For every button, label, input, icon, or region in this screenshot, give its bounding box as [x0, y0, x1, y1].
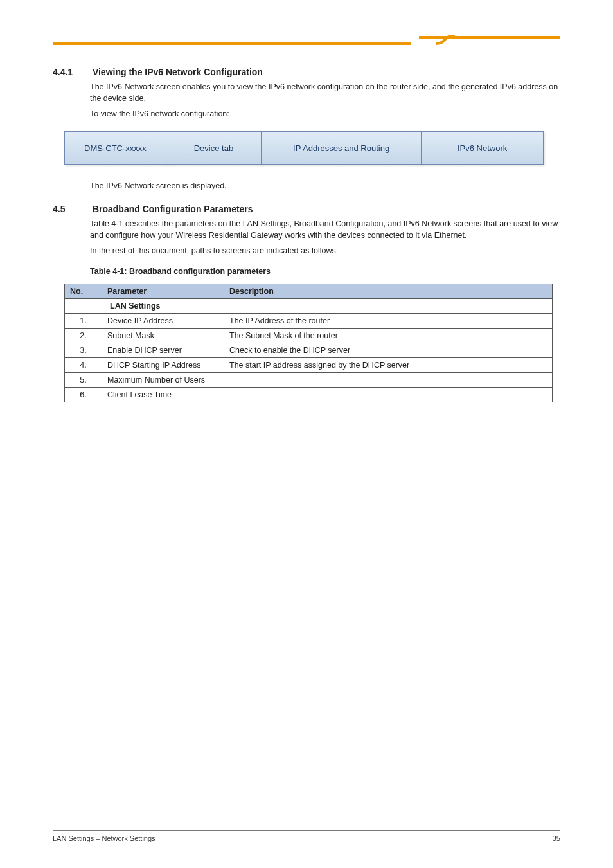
section-number: 4.4.1	[53, 67, 90, 77]
nav-cell-device-tab: Device tab	[166, 131, 262, 165]
post-nav-text: The IPv6 Network screen is displayed.	[90, 180, 560, 192]
cell-desc: The start IP address assigned by the DHC…	[224, 358, 553, 373]
table-header-row: No. Parameter Description	[65, 284, 553, 299]
section-title: Viewing the IPv6 Network Configuration	[93, 67, 263, 77]
col-header-desc: Description	[224, 284, 553, 299]
section-number: 4.5	[53, 204, 90, 214]
cell-no: 5.	[65, 373, 102, 388]
cell-param: Enable DHCP server	[102, 343, 224, 358]
table-row: 6. Client Lease Time	[65, 388, 553, 402]
col-header-no: No.	[65, 284, 102, 299]
path-intro-text: In the rest of this document, paths to s…	[90, 245, 560, 257]
table-row: 2. Subnet Mask The Subnet Mask of the ro…	[65, 329, 553, 343]
table-subheader-row: LAN Settings	[65, 299, 553, 314]
header-bar-left	[53, 42, 411, 45]
section-4-5-heading: 4.5 Broadband Configuration Parameters	[53, 204, 560, 214]
cell-desc: Check to enable the DHCP server	[224, 343, 553, 358]
table-row: 5. Maximum Number of Users	[65, 373, 553, 388]
footer-left: LAN Settings – Network Settings	[53, 835, 155, 842]
cell-param: Client Lease Time	[102, 388, 224, 402]
section-4-4-1-p2: To view the IPv6 network configuration:	[90, 108, 560, 120]
cell-param: Subnet Mask	[102, 329, 224, 343]
cell-param: Device IP Address	[102, 314, 224, 329]
cell-no: 6.	[65, 388, 102, 402]
cell-no: 3.	[65, 343, 102, 358]
table-caption: Table 4-1: Broadband configuration param…	[90, 266, 560, 277]
section-4-4-1-heading: 4.4.1 Viewing the IPv6 Network Configura…	[53, 67, 560, 77]
cell-param: DHCP Starting IP Address	[102, 358, 224, 373]
page-footer: LAN Settings – Network Settings 35	[53, 830, 560, 842]
col-header-param: Parameter	[102, 284, 224, 299]
section-title: Broadband Configuration Parameters	[93, 204, 253, 214]
cell-param: Maximum Number of Users	[102, 373, 224, 388]
section-4-5-p1: Table 4-1 describes the parameters on th…	[90, 218, 560, 241]
table-row: 1. Device IP Address The IP Address of t…	[65, 314, 553, 329]
nav-cell-ipv6: IPv6 Network	[421, 131, 544, 165]
cell-desc: The IP Address of the router	[224, 314, 553, 329]
nav-cell-device-id: DMS-CTC-xxxxx	[64, 131, 166, 165]
footer-page-number: 35	[553, 835, 560, 842]
table-row: 4. DHCP Starting IP Address The start IP…	[65, 358, 553, 373]
table-row: 3. Enable DHCP server Check to enable th…	[65, 343, 553, 358]
table-subheader: LAN Settings	[65, 299, 553, 314]
cell-desc	[224, 388, 553, 402]
navigation-path-box: DMS-CTC-xxxxx Device tab IP Addresses an…	[64, 131, 543, 165]
cell-no: 1.	[65, 314, 102, 329]
header-divider	[53, 36, 560, 49]
header-bar-right	[419, 36, 560, 39]
broadband-params-table: No. Parameter Description LAN Settings 1…	[64, 284, 553, 402]
cell-no: 2.	[65, 329, 102, 343]
cell-no: 4.	[65, 358, 102, 373]
nav-cell-ip-routing: IP Addresses and Routing	[261, 131, 422, 165]
section-4-4-1-p1: The IPv6 Network screen enables you to v…	[90, 81, 560, 104]
cell-desc: The Subnet Mask of the router	[224, 329, 553, 343]
cell-desc	[224, 373, 553, 388]
